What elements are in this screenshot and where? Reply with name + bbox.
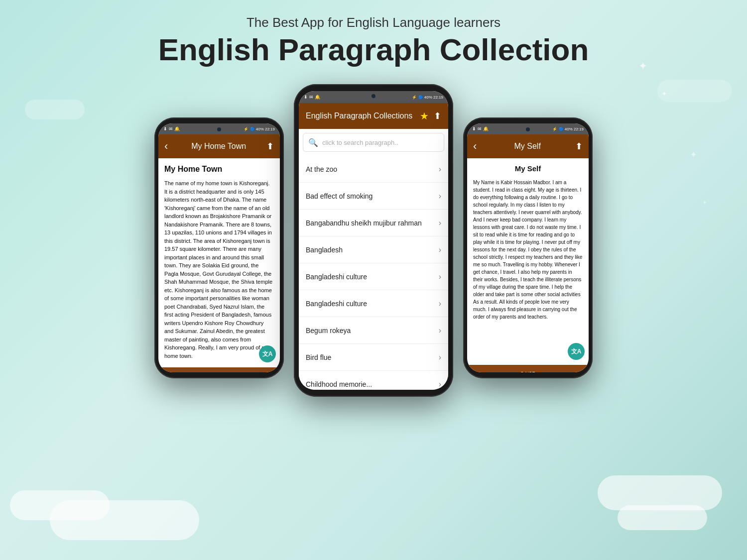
right-share-button[interactable]: ⬆ [575,141,583,152]
sparkle-1: ✦ [638,60,647,73]
left-article-title: My Home Town [164,163,274,175]
center-app-header: English Paragraph Collections ★ ⬆ [299,103,448,129]
list-chevron-6: › [439,326,441,335]
list-item-text-2: Bangabandhu sheikh mujibur rahman [306,219,422,227]
list-item-2[interactable]: Bangabandhu sheikh mujibur rahman › [299,210,448,236]
search-placeholder-text: click to search paragraph.. [322,139,398,146]
right-status-bar: ⬇✉🔔 ⚡🔵 40% 22:19 [467,123,589,134]
list-chevron-8: › [439,380,441,389]
cloud-decoration-6 [657,80,732,102]
right-article-content: My Self My Name is Kabir Hossain Madbor.… [467,158,589,365]
right-phone-screen: ⬇✉🔔 ⚡🔵 40% 22:19 ‹ My Self ⬆ My Self My … [467,123,589,372]
list-item-7[interactable]: Bird flue › [299,344,448,371]
list-chevron-7: › [439,353,441,362]
cloud-decoration-2 [50,500,199,540]
list-item-text-7: Bird flue [306,353,331,361]
list-item-6[interactable]: Begum rokeya › [299,317,448,344]
left-status-right: ⚡🔵 40% 22:19 [244,127,275,131]
list-item-1[interactable]: Bad effect of smoking › [299,183,448,210]
left-phone-outer: ⬇✉🔔 ⚡🔵 40% 22:19 ‹ My Home Town ⬆ My Hom… [154,117,284,378]
page-header: The Best App for English Language learne… [0,0,747,77]
left-article-content: My Home Town The name of my home town is… [158,158,280,367]
center-star-icon[interactable]: ★ [420,110,429,122]
list-item-text-5: Bangladeshi culture [306,300,367,308]
list-item-text-1: Bad effect of smoking [306,192,373,200]
list-chevron-1: › [439,192,441,201]
page-title: English Paragraph Collection [0,33,747,67]
left-article-text: The name of my home town is Kishoreganj.… [164,179,274,360]
list-item-8[interactable]: Childhood memorie... › [299,371,448,390]
right-article-title: My Self [473,163,583,175]
list-item-text-6: Begum rokeya [306,327,351,335]
center-status-bar: ⬇✉🔔 ⚡🔵 40% 22:19 [299,91,448,103]
left-translate-button[interactable]: 文A [259,345,276,362]
list-item-5[interactable]: Bangladeshi culture › [299,290,448,317]
center-phone-outer: ⬇✉🔔 ⚡🔵 40% 22:19 English Paragraph Colle… [294,84,453,397]
right-header-title: My Self [480,142,575,151]
left-header-title: My Home Town [171,142,266,151]
list-item-0[interactable]: At the zoo › [299,156,448,183]
phones-container: ⬇✉🔔 ⚡🔵 40% 22:19 ‹ My Home Town ⬆ My Hom… [0,84,747,397]
list-item-3[interactable]: Bangladesh › [299,236,448,263]
left-share-button[interactable]: ⬆ [266,141,274,152]
list-item-text-8: Childhood memorie... [306,380,372,388]
search-icon: 🔍 [308,138,318,147]
right-nav-prev[interactable]: ‹ [475,370,477,372]
right-phone-outer: ⬇✉🔔 ⚡🔵 40% 22:19 ‹ My Self ⬆ My Self My … [463,117,593,378]
right-app-header: ‹ My Self ⬆ [467,134,589,158]
list-chevron-3: › [439,245,441,254]
left-app-header: ‹ My Home Town ⬆ [158,134,280,158]
left-status-bar: ⬇✉🔔 ⚡🔵 40% 22:19 [158,123,280,134]
left-back-button[interactable]: ‹ [164,140,168,153]
right-article-text: My Name is Kabir Hossain Madbor. I am a … [473,179,583,321]
list-item-4[interactable]: Bangladeshi culture › [299,263,448,290]
list-chevron-0: › [439,165,441,174]
list-chevron-4: › [439,272,441,281]
left-phone: ⬇✉🔔 ⚡🔵 40% 22:19 ‹ My Home Town ⬆ My Hom… [154,117,284,378]
right-phone: ⬇✉🔔 ⚡🔵 40% 22:19 ‹ My Self ⬆ My Self My … [463,117,593,378]
list-chevron-5: › [439,299,441,308]
cloud-decoration-4 [618,505,707,530]
center-app-title: English Paragraph Collections [306,112,420,120]
center-status-icons: ⬇✉🔔 [304,95,320,100]
center-phone-screen: ⬇✉🔔 ⚡🔵 40% 22:19 English Paragraph Colle… [299,91,448,390]
center-status-right: ⚡🔵 40% 22:19 [412,95,443,100]
sparkle-2: ✦ [661,90,667,98]
left-status-icons: ⬇✉🔔 [163,126,180,131]
right-page-counter: 24/25 [520,371,535,372]
cloud-decoration-5 [25,100,85,119]
sparkle-3: ✦ [690,149,697,160]
paragraph-list: At the zoo › Bad effect of smoking › Ban… [299,156,448,390]
list-chevron-2: › [439,219,441,227]
right-status-right: ⚡🔵 40% 22:19 [552,127,584,131]
sparkle-4: ✦ [702,199,707,206]
list-item-text-3: Bangladesh [306,246,343,254]
center-search-bar[interactable]: 🔍 click to search paragraph.. [303,133,444,152]
left-bottom-nav: ‹ 17/25 › [158,367,280,372]
right-bottom-nav: ‹ 24/25 › [467,365,589,372]
list-item-text-0: At the zoo [306,165,337,173]
right-back-button[interactable]: ‹ [473,140,477,153]
right-translate-button[interactable]: 文A [568,343,585,360]
right-nav-next[interactable]: › [579,370,581,372]
center-phone: ⬇✉🔔 ⚡🔵 40% 22:19 English Paragraph Colle… [294,84,453,397]
right-status-icons: ⬇✉🔔 [472,126,489,131]
left-phone-screen: ⬇✉🔔 ⚡🔵 40% 22:19 ‹ My Home Town ⬆ My Hom… [158,123,280,372]
center-share-icon[interactable]: ⬆ [434,111,441,121]
page-subtitle: The Best App for English Language learne… [0,15,747,30]
list-item-text-4: Bangladeshi culture [306,273,367,281]
